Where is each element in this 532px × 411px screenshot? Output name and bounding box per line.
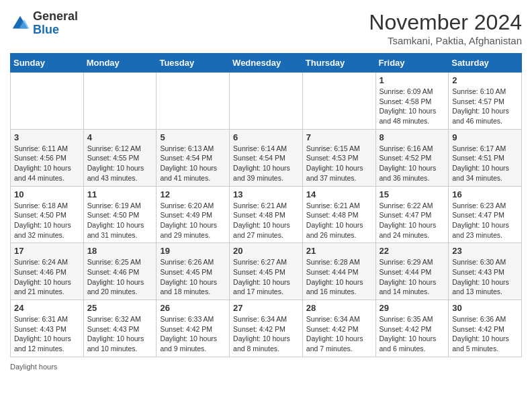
calendar-week-1: 1Sunrise: 6:09 AMSunset: 4:58 PMDaylight… — [11, 73, 522, 130]
day-info: Sunrise: 6:14 AMSunset: 4:54 PMDaylight:… — [233, 144, 299, 183]
day-info: Sunrise: 6:24 AMSunset: 4:46 PMDaylight:… — [14, 257, 80, 297]
day-number: 22 — [380, 246, 445, 256]
calendar-cell: 16Sunrise: 6:23 AMSunset: 4:47 PMDayligh… — [449, 186, 522, 243]
day-info: Sunrise: 6:23 AMSunset: 4:47 PMDaylight:… — [452, 201, 518, 240]
day-number: 14 — [306, 189, 372, 199]
col-header-monday: Monday — [83, 54, 157, 73]
day-info: Sunrise: 6:25 AMSunset: 4:46 PMDaylight:… — [87, 257, 153, 297]
calendar-cell: 9Sunrise: 6:17 AMSunset: 4:51 PMDaylight… — [449, 129, 522, 186]
col-header-tuesday: Tuesday — [157, 54, 230, 73]
day-number: 23 — [452, 246, 518, 256]
calendar-cell: 23Sunrise: 6:30 AMSunset: 4:43 PMDayligh… — [449, 243, 522, 300]
day-info: Sunrise: 6:26 AMSunset: 4:45 PMDaylight:… — [160, 257, 226, 297]
day-number: 19 — [160, 246, 226, 256]
day-info: Sunrise: 6:35 AMSunset: 4:42 PMDaylight:… — [380, 314, 445, 354]
day-info: Sunrise: 6:28 AMSunset: 4:44 PMDaylight:… — [306, 257, 372, 297]
day-number: 26 — [160, 303, 226, 313]
col-header-saturday: Saturday — [449, 54, 522, 73]
day-number: 27 — [233, 303, 299, 313]
month-title: November 2024 — [369, 10, 522, 35]
calendar-cell: 15Sunrise: 6:22 AMSunset: 4:47 PMDayligh… — [375, 186, 449, 243]
calendar-cell: 25Sunrise: 6:32 AMSunset: 4:43 PMDayligh… — [83, 300, 157, 357]
day-number: 21 — [306, 246, 372, 256]
col-header-sunday: Sunday — [11, 54, 84, 73]
calendar-cell — [230, 73, 303, 130]
calendar-cell: 1Sunrise: 6:09 AMSunset: 4:58 PMDaylight… — [375, 73, 449, 130]
calendar-cell: 27Sunrise: 6:34 AMSunset: 4:42 PMDayligh… — [230, 300, 303, 357]
day-number: 8 — [380, 132, 445, 142]
day-number: 17 — [14, 246, 80, 256]
calendar-table: SundayMondayTuesdayWednesdayThursdayFrid… — [10, 53, 522, 357]
calendar-cell — [157, 73, 230, 130]
day-number: 3 — [14, 132, 80, 142]
day-number: 29 — [380, 303, 445, 313]
logo-general: General — [33, 9, 78, 23]
day-number: 30 — [452, 303, 518, 313]
calendar-cell: 24Sunrise: 6:31 AMSunset: 4:43 PMDayligh… — [11, 300, 84, 357]
day-info: Sunrise: 6:09 AMSunset: 4:58 PMDaylight:… — [380, 87, 445, 126]
day-info: Sunrise: 6:27 AMSunset: 4:45 PMDaylight:… — [233, 257, 299, 297]
day-info: Sunrise: 6:17 AMSunset: 4:51 PMDaylight:… — [452, 144, 518, 183]
location-subtitle: Tsamkani, Paktia, Afghanistan — [369, 35, 522, 46]
calendar-cell: 28Sunrise: 6:34 AMSunset: 4:42 PMDayligh… — [302, 300, 375, 357]
day-number: 15 — [380, 189, 445, 199]
day-number: 7 — [306, 132, 372, 142]
calendar-week-3: 10Sunrise: 6:18 AMSunset: 4:50 PMDayligh… — [11, 186, 522, 243]
calendar-cell — [11, 73, 84, 130]
logo-icon — [10, 13, 30, 34]
calendar-cell: 13Sunrise: 6:21 AMSunset: 4:48 PMDayligh… — [230, 186, 303, 243]
calendar-week-4: 17Sunrise: 6:24 AMSunset: 4:46 PMDayligh… — [11, 243, 522, 300]
calendar-cell: 14Sunrise: 6:21 AMSunset: 4:48 PMDayligh… — [302, 186, 375, 243]
calendar-cell: 5Sunrise: 6:13 AMSunset: 4:54 PMDaylight… — [157, 129, 230, 186]
day-info: Sunrise: 6:19 AMSunset: 4:50 PMDaylight:… — [87, 201, 153, 240]
footer-note: Daylight hours — [10, 363, 522, 371]
calendar-cell: 7Sunrise: 6:15 AMSunset: 4:53 PMDaylight… — [302, 129, 375, 186]
calendar-cell: 4Sunrise: 6:12 AMSunset: 4:55 PMDaylight… — [83, 129, 157, 186]
calendar-week-2: 3Sunrise: 6:11 AMSunset: 4:56 PMDaylight… — [11, 129, 522, 186]
calendar-header-row: SundayMondayTuesdayWednesdayThursdayFrid… — [11, 54, 522, 73]
day-number: 24 — [14, 303, 80, 313]
calendar-cell — [302, 73, 375, 130]
day-info: Sunrise: 6:36 AMSunset: 4:42 PMDaylight:… — [452, 314, 518, 354]
day-info: Sunrise: 6:21 AMSunset: 4:48 PMDaylight:… — [306, 201, 372, 240]
calendar-week-5: 24Sunrise: 6:31 AMSunset: 4:43 PMDayligh… — [11, 300, 522, 357]
calendar-cell: 10Sunrise: 6:18 AMSunset: 4:50 PMDayligh… — [11, 186, 84, 243]
calendar-cell: 6Sunrise: 6:14 AMSunset: 4:54 PMDaylight… — [230, 129, 303, 186]
daylight-label: Daylight hours — [10, 363, 57, 371]
day-number: 16 — [452, 189, 518, 199]
day-info: Sunrise: 6:21 AMSunset: 4:48 PMDaylight:… — [233, 201, 299, 240]
day-info: Sunrise: 6:10 AMSunset: 4:57 PMDaylight:… — [452, 87, 518, 126]
col-header-thursday: Thursday — [302, 54, 375, 73]
day-info: Sunrise: 6:32 AMSunset: 4:43 PMDaylight:… — [87, 314, 153, 354]
day-info: Sunrise: 6:34 AMSunset: 4:42 PMDaylight:… — [306, 314, 372, 354]
calendar-cell: 20Sunrise: 6:27 AMSunset: 4:45 PMDayligh… — [230, 243, 303, 300]
logo: General Blue — [10, 10, 78, 37]
day-number: 20 — [233, 246, 299, 256]
day-info: Sunrise: 6:15 AMSunset: 4:53 PMDaylight:… — [306, 144, 372, 183]
logo-blue: Blue — [33, 23, 59, 36]
day-info: Sunrise: 6:18 AMSunset: 4:50 PMDaylight:… — [14, 201, 80, 240]
calendar-cell: 22Sunrise: 6:29 AMSunset: 4:44 PMDayligh… — [375, 243, 449, 300]
day-number: 9 — [452, 132, 518, 142]
calendar-cell — [83, 73, 157, 130]
day-number: 1 — [380, 75, 445, 85]
calendar-cell: 26Sunrise: 6:33 AMSunset: 4:42 PMDayligh… — [157, 300, 230, 357]
calendar-cell: 29Sunrise: 6:35 AMSunset: 4:42 PMDayligh… — [375, 300, 449, 357]
day-info: Sunrise: 6:12 AMSunset: 4:55 PMDaylight:… — [87, 144, 153, 183]
calendar-body: 1Sunrise: 6:09 AMSunset: 4:58 PMDaylight… — [11, 73, 522, 357]
col-header-friday: Friday — [375, 54, 449, 73]
day-info: Sunrise: 6:29 AMSunset: 4:44 PMDaylight:… — [380, 257, 445, 297]
day-info: Sunrise: 6:30 AMSunset: 4:43 PMDaylight:… — [452, 257, 518, 297]
day-number: 6 — [233, 132, 299, 142]
calendar-cell: 30Sunrise: 6:36 AMSunset: 4:42 PMDayligh… — [449, 300, 522, 357]
day-number: 28 — [306, 303, 372, 313]
day-info: Sunrise: 6:13 AMSunset: 4:54 PMDaylight:… — [160, 144, 226, 183]
title-area: November 2024 Tsamkani, Paktia, Afghanis… — [369, 10, 522, 46]
day-info: Sunrise: 6:34 AMSunset: 4:42 PMDaylight:… — [233, 314, 299, 354]
calendar-cell: 2Sunrise: 6:10 AMSunset: 4:57 PMDaylight… — [449, 73, 522, 130]
day-info: Sunrise: 6:33 AMSunset: 4:42 PMDaylight:… — [160, 314, 226, 354]
day-info: Sunrise: 6:16 AMSunset: 4:52 PMDaylight:… — [380, 144, 445, 183]
day-info: Sunrise: 6:22 AMSunset: 4:47 PMDaylight:… — [380, 201, 445, 240]
calendar-cell: 18Sunrise: 6:25 AMSunset: 4:46 PMDayligh… — [83, 243, 157, 300]
day-number: 13 — [233, 189, 299, 199]
